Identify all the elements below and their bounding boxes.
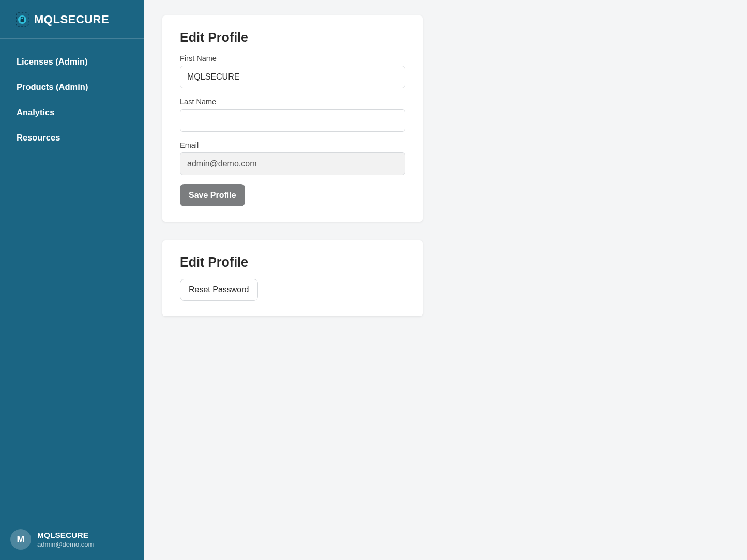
last-name-group: Last Name [180, 98, 405, 132]
sidebar-item-resources[interactable]: Resources [0, 125, 144, 150]
edit-profile-title: Edit Profile [180, 30, 405, 45]
sidebar: MQLSECURE Licenses (Admin) Products (Adm… [0, 0, 144, 560]
edit-profile-card: Edit Profile First Name Last Name Email … [162, 15, 423, 222]
sidebar-item-licenses[interactable]: Licenses (Admin) [0, 49, 144, 74]
first-name-label: First Name [180, 54, 405, 63]
reset-password-card: Edit Profile Reset Password [162, 240, 423, 316]
email-group: Email [180, 141, 405, 175]
last-name-label: Last Name [180, 98, 405, 106]
main-content: Edit Profile First Name Last Name Email … [144, 0, 747, 560]
user-info: MQLSECURE admin@demo.com [37, 530, 94, 549]
reset-password-title: Edit Profile [180, 255, 405, 270]
user-name: MQLSECURE [37, 530, 94, 540]
svg-rect-2 [21, 19, 24, 22]
lock-icon [16, 12, 29, 27]
first-name-input[interactable] [180, 66, 405, 88]
last-name-input[interactable] [180, 109, 405, 132]
sidebar-user-block[interactable]: M MQLSECURE admin@demo.com [0, 519, 144, 560]
reset-password-button[interactable]: Reset Password [180, 279, 258, 301]
sidebar-item-products[interactable]: Products (Admin) [0, 74, 144, 100]
sidebar-header: MQLSECURE [0, 0, 144, 39]
email-input [180, 152, 405, 175]
sidebar-item-analytics[interactable]: Analytics [0, 100, 144, 125]
save-profile-button[interactable]: Save Profile [180, 184, 245, 206]
brand-name: MQLSECURE [34, 13, 109, 26]
avatar: M [10, 529, 31, 550]
sidebar-nav: Licenses (Admin) Products (Admin) Analyt… [0, 39, 144, 519]
email-label: Email [180, 141, 405, 149]
first-name-group: First Name [180, 54, 405, 88]
user-email: admin@demo.com [37, 540, 94, 549]
